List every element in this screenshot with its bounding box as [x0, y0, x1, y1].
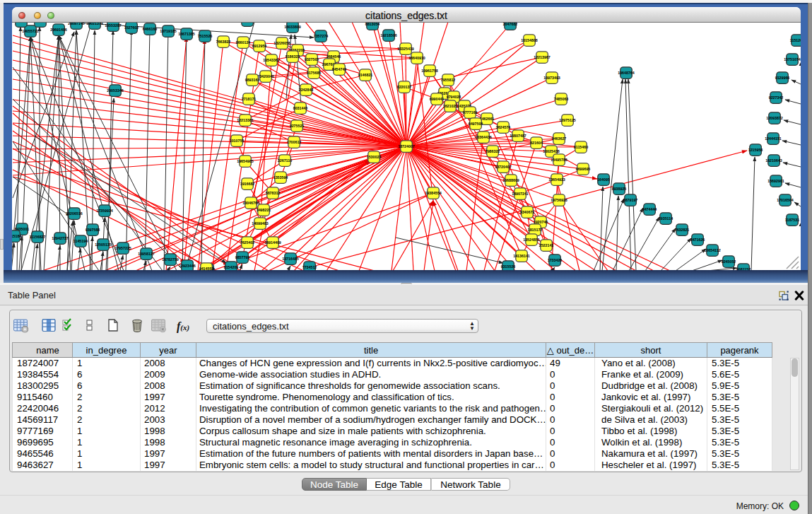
svg-text:7986322: 7986322 — [486, 149, 500, 153]
svg-text:1621025: 1621025 — [443, 104, 458, 108]
svg-text:12942737: 12942737 — [52, 236, 69, 240]
svg-text:12213967: 12213967 — [534, 55, 551, 59]
svg-text:9227342: 9227342 — [769, 95, 784, 100]
svg-text:7663822: 7663822 — [216, 40, 231, 44]
svg-text:8154209: 8154209 — [224, 265, 239, 269]
svg-text:7632821: 7632821 — [675, 228, 690, 232]
svg-text:9115460: 9115460 — [574, 145, 588, 149]
svg-text:9397588: 9397588 — [86, 228, 100, 232]
svg-text:8186323: 8186323 — [286, 54, 300, 59]
svg-text:9463627: 9463627 — [552, 136, 567, 141]
svg-text:15751074: 15751074 — [784, 57, 801, 62]
svg-text:10025438: 10025438 — [543, 149, 560, 153]
svg-text:13226058: 13226058 — [273, 41, 290, 45]
svg-text:1145194: 1145194 — [73, 239, 88, 243]
svg-text:20206516: 20206516 — [66, 211, 83, 216]
svg-text:2684546: 2684546 — [326, 54, 341, 59]
svg-text:12923446: 12923446 — [179, 264, 196, 268]
svg-text:19021374: 19021374 — [86, 23, 103, 25]
svg-text:13716485: 13716485 — [282, 257, 299, 261]
svg-text:10654112: 10654112 — [704, 248, 720, 252]
svg-text:7625402: 7625402 — [240, 240, 255, 245]
svg-text:7485063: 7485063 — [554, 97, 569, 101]
svg-text:10648764: 10648764 — [618, 71, 635, 75]
svg-text:8912954: 8912954 — [252, 44, 267, 48]
svg-text:1920746: 1920746 — [534, 220, 548, 224]
svg-text:7515526: 7515526 — [198, 34, 213, 38]
svg-text:12093872: 12093872 — [766, 116, 783, 120]
svg-text:12505135: 12505135 — [95, 243, 112, 247]
svg-text:9327505: 9327505 — [305, 57, 319, 62]
svg-text:10807487: 10807487 — [510, 134, 526, 138]
svg-text:13524851: 13524851 — [523, 238, 540, 242]
svg-text:16671385: 16671385 — [178, 32, 195, 36]
svg-text:10961758: 10961758 — [421, 69, 438, 73]
svg-text:13720407: 13720407 — [495, 165, 512, 169]
svg-text:1215958: 1215958 — [748, 148, 763, 152]
svg-text:9129966: 9129966 — [775, 76, 790, 80]
svg-text:14136141: 14136141 — [513, 254, 530, 258]
svg-text:16210643: 16210643 — [765, 158, 782, 163]
svg-text:1905512: 1905512 — [14, 23, 29, 23]
svg-text:8031443: 8031443 — [293, 106, 308, 110]
svg-text:8990441: 8990441 — [430, 97, 445, 101]
svg-text:16782759: 16782759 — [162, 257, 179, 262]
svg-text:19218506: 19218506 — [380, 33, 397, 37]
svg-text:9777169: 9777169 — [463, 110, 478, 115]
svg-text:1530023: 1530023 — [367, 155, 382, 159]
svg-text:19654985: 19654985 — [237, 159, 254, 163]
svg-text:10719185: 10719185 — [160, 29, 177, 33]
svg-text:18907241: 18907241 — [512, 192, 529, 196]
svg-text:10688609: 10688609 — [502, 178, 519, 182]
svg-text:11156827: 11156827 — [30, 235, 46, 239]
svg-text:7357274: 7357274 — [314, 34, 329, 38]
svg-text:9275521: 9275521 — [290, 124, 305, 128]
svg-text:10958127: 10958127 — [138, 252, 155, 256]
svg-text:8660124: 8660124 — [236, 40, 251, 45]
svg-text:621604: 621604 — [530, 141, 543, 145]
svg-text:1353594: 1353594 — [273, 175, 288, 180]
svg-text:9893161: 9893161 — [245, 78, 260, 82]
svg-text:16640910: 16640910 — [408, 56, 425, 60]
svg-text:8122274: 8122274 — [33, 23, 48, 23]
svg-text:17957225: 17957225 — [114, 246, 131, 250]
svg-text:8471626: 8471626 — [690, 238, 705, 242]
svg-text:1733426: 1733426 — [548, 258, 563, 262]
svg-text:9699695: 9699695 — [576, 167, 591, 171]
svg-text:1010755: 1010755 — [230, 139, 245, 143]
svg-text:6466160: 6466160 — [143, 27, 158, 31]
svg-text:19384554: 19384554 — [425, 191, 442, 195]
svg-text:20691406: 20691406 — [50, 28, 67, 32]
svg-text:16033809: 16033809 — [284, 25, 301, 29]
svg-text:3915184: 3915184 — [12, 234, 21, 238]
svg-text:9245052: 9245052 — [722, 259, 736, 264]
svg-text:23420046: 23420046 — [257, 74, 274, 78]
svg-text:9474444: 9474444 — [642, 207, 657, 211]
svg-text:8454749: 8454749 — [332, 67, 347, 71]
svg-text:10553287: 10553287 — [105, 23, 122, 28]
svg-text:14099483: 14099483 — [252, 221, 269, 226]
svg-text:12213381: 12213381 — [237, 118, 254, 122]
svg-text:2522141: 2522141 — [539, 243, 554, 247]
svg-text:1151267: 1151267 — [790, 38, 801, 42]
svg-text:5878312: 5878312 — [266, 191, 281, 195]
svg-text:7734512: 7734512 — [302, 265, 317, 269]
svg-text:2718171: 2718171 — [242, 97, 257, 101]
svg-text:20364436: 20364436 — [475, 135, 492, 139]
svg-text:1187531: 1187531 — [785, 218, 799, 222]
svg-text:14055721: 14055721 — [22, 29, 39, 33]
svg-text:9794028: 9794028 — [447, 95, 461, 99]
svg-text:13654923: 13654923 — [548, 177, 565, 182]
svg-text:19756928: 19756928 — [551, 198, 567, 202]
svg-text:9081152: 9081152 — [736, 267, 751, 270]
svg-text:6497506: 6497506 — [469, 122, 483, 126]
svg-text:20053346: 20053346 — [107, 88, 124, 93]
svg-text:1700612: 1700612 — [287, 140, 302, 144]
svg-text:10543362: 10543362 — [263, 58, 280, 62]
svg-text:15692901: 15692901 — [767, 179, 784, 183]
svg-text:8220137: 8220137 — [397, 85, 412, 89]
svg-text:15495786: 15495786 — [551, 158, 567, 162]
svg-text:1916682: 1916682 — [240, 182, 255, 186]
svg-text:10973493: 10973493 — [543, 76, 560, 80]
svg-text:8938925: 8938925 — [612, 187, 627, 191]
